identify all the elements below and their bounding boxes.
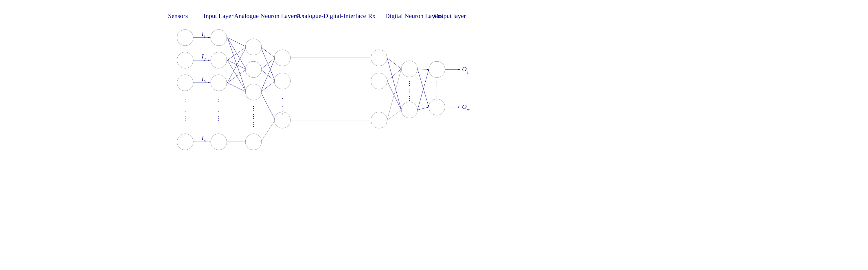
input-node-n bbox=[211, 134, 227, 150]
dl1-dots3: ⋮ bbox=[376, 110, 382, 116]
label-om: Om bbox=[462, 103, 470, 112]
conn-al1-3-al2-1 bbox=[261, 58, 275, 92]
conn-dl2-2-out1 bbox=[417, 69, 429, 110]
conn-al1-1-al2-2 bbox=[261, 47, 275, 81]
dl1-dots2: ⋮ bbox=[376, 102, 382, 108]
conn-al1-1-al2-1 bbox=[261, 47, 275, 58]
conn-al1-3-al2-2 bbox=[261, 81, 275, 92]
digital1-node-2 bbox=[371, 73, 387, 89]
analogue1-node-2 bbox=[245, 61, 261, 78]
conn-dl2-1-out1 bbox=[417, 69, 429, 69]
conn-dl1-3-dl2-1 bbox=[387, 69, 401, 120]
dl1-dots: ⋮ bbox=[376, 94, 382, 99]
a2-dots2: ⋮ bbox=[280, 102, 285, 108]
analogue1-node-3 bbox=[245, 84, 261, 100]
a1-dots2: ⋮ bbox=[251, 114, 256, 119]
out-dots3: ⋮ bbox=[434, 95, 439, 101]
input-node-3 bbox=[211, 74, 227, 91]
label-rx: Rx bbox=[368, 12, 376, 20]
analogue2-node-1 bbox=[274, 50, 290, 66]
sensor-node-3 bbox=[177, 74, 193, 91]
conn-dl1-2-dl2-1 bbox=[387, 69, 401, 81]
sensor-node-2 bbox=[177, 52, 193, 68]
conn-dl1-3-dl2-2 bbox=[387, 110, 401, 120]
conn-dl2-1-out2 bbox=[417, 69, 429, 107]
sensor-dots2: ⋮ bbox=[183, 107, 188, 113]
conn-i2-al1 bbox=[227, 47, 246, 60]
a2-dots3: ⋮ bbox=[280, 110, 285, 116]
a1-dots3: ⋮ bbox=[251, 122, 256, 127]
input-dots3: ⋮ bbox=[216, 116, 221, 121]
label-o1: O1 bbox=[462, 65, 469, 74]
analogue1-node-n bbox=[245, 134, 261, 150]
conn-i3-al2 bbox=[227, 69, 246, 83]
label-sensors: Sensors bbox=[168, 12, 188, 20]
conn-dl1-2-dl2-2 bbox=[387, 81, 401, 110]
dl2-dots: ⋮ bbox=[407, 81, 412, 86]
output-node-1 bbox=[429, 61, 445, 78]
conn-dl1-1-dl2-1 bbox=[387, 58, 401, 69]
sensor-node-1 bbox=[177, 30, 193, 46]
output-node-m bbox=[429, 99, 445, 115]
a2-dots: ⋮ bbox=[280, 94, 285, 99]
out-dots: ⋮ bbox=[434, 81, 439, 86]
sensor-dots3: ⋮ bbox=[183, 116, 188, 121]
analogue1-node-1 bbox=[245, 39, 261, 55]
label-adi: Analogue-Digital-Interface bbox=[297, 12, 366, 20]
label-input-layer: Input Layer bbox=[204, 12, 234, 20]
input-dots: ⋮ bbox=[216, 98, 221, 104]
input-node-1 bbox=[211, 30, 227, 46]
conn-dl1-1-dl2-2 bbox=[387, 58, 401, 110]
conn-aln-al2n bbox=[261, 120, 275, 142]
input-node-2 bbox=[211, 52, 227, 68]
digital2-node-1 bbox=[401, 61, 417, 77]
neural-network-diagram: Sensors Input Layer Analogue Neuron Laye… bbox=[0, 0, 868, 270]
a1-dots: ⋮ bbox=[251, 106, 256, 111]
analogue2-node-2 bbox=[274, 73, 290, 89]
label-output-layer: Output layer bbox=[434, 12, 466, 20]
input-dots2: ⋮ bbox=[216, 107, 221, 113]
out-dots2: ⋮ bbox=[434, 88, 439, 94]
label-analogue-neuron-layers: Analogue Neuron Layers bbox=[234, 12, 298, 20]
digital2-node-2 bbox=[401, 102, 417, 118]
conn-al1-2-al2-1 bbox=[261, 58, 275, 69]
conn-al1-3-al2-3 bbox=[261, 92, 275, 120]
digital1-node-1 bbox=[371, 50, 387, 66]
conn-dl2-2-out2 bbox=[417, 107, 429, 110]
dl2-dots3: ⋮ bbox=[407, 95, 412, 101]
sensor-dots: ⋮ bbox=[183, 98, 188, 104]
dl2-dots2: ⋮ bbox=[407, 88, 412, 94]
sensor-node-n bbox=[177, 134, 193, 150]
